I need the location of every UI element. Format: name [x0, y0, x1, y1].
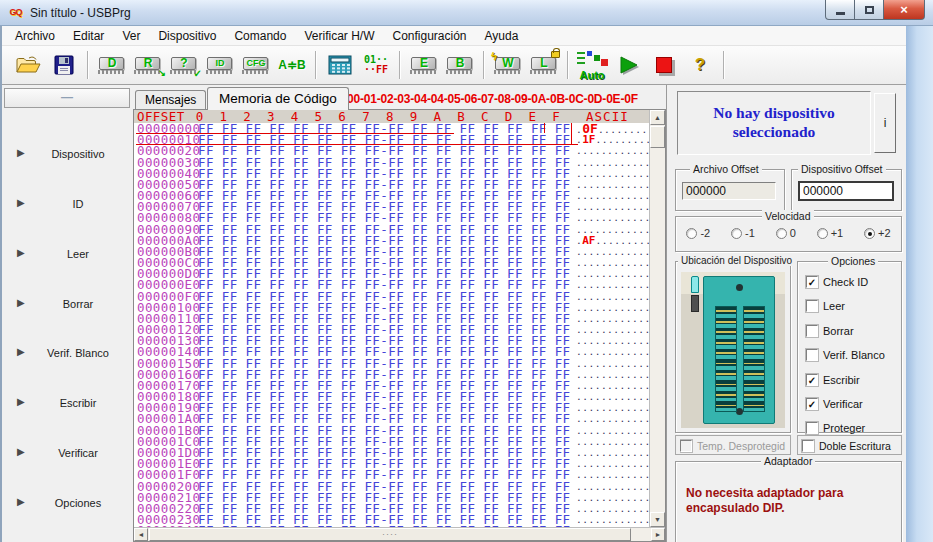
opcion-borrar[interactable]: Borrar [806, 323, 854, 339]
radio-icon[interactable] [776, 228, 787, 239]
compare-buffers-button[interactable]: A≑B [274, 49, 310, 81]
read-device-button[interactable]: R↘ [130, 49, 166, 81]
scroll-right-button[interactable]: ► [651, 528, 665, 541]
stop-icon [656, 57, 672, 73]
hex-header-row: OFFSET 0 1 2 3 4 5 6 7 8 9 A B C D E F A… [134, 110, 649, 123]
opcion-leer[interactable]: Leer [806, 298, 845, 314]
hex-row-ascii: ................ [576, 391, 649, 402]
device-button[interactable]: D [94, 49, 130, 81]
scroll-down-button[interactable]: ▼ [650, 512, 665, 527]
run-button[interactable] [610, 49, 646, 81]
title-bar[interactable]: GQ Sin título - USBPrg × [0, 0, 933, 26]
radio-icon[interactable] [731, 228, 742, 239]
close-button[interactable]: × [883, 0, 925, 20]
opcion-proteger[interactable]: Proteger [806, 420, 865, 436]
menu-verificar-h-w[interactable]: Verificar H/W [295, 26, 383, 46]
toolbar-separator [567, 51, 569, 79]
lock-device-button[interactable]: L [526, 49, 562, 81]
blank-check-button[interactable]: B [442, 49, 478, 81]
checkbox-icon[interactable]: ✓ [806, 276, 818, 288]
tab-mensajes[interactable]: Mensajes [135, 90, 206, 109]
checkbox-icon[interactable] [806, 325, 818, 337]
calculator-button[interactable] [322, 49, 358, 81]
config-button[interactable]: CFG [238, 49, 274, 81]
check-id-button[interactable]: ID [202, 49, 238, 81]
opcion-verificar[interactable]: ✓Verificar [806, 396, 863, 412]
tab-memoria-de-codigo[interactable]: Memoria de Código [207, 87, 349, 110]
sidebar-item-id[interactable]: ▶ID [2, 195, 132, 213]
opcion-escribir[interactable]: ✓Escribir [806, 372, 860, 388]
sidebar-item-verificar[interactable]: ▶Verificar [2, 444, 132, 462]
toolbar-separator [315, 51, 317, 79]
velocidad-option-label: +2 [878, 227, 891, 239]
velocidad-option-2[interactable]: +2 [864, 227, 891, 239]
opcion-label: Leer [823, 300, 845, 312]
sidebar-item-escribir[interactable]: ▶Escribir [2, 394, 132, 412]
checkbox-icon[interactable] [806, 300, 818, 312]
sidebar-item-dispositivo[interactable]: ▶Dispositivo [2, 145, 132, 163]
maximize-button[interactable] [854, 0, 884, 20]
opcion-label: Escribir [823, 374, 860, 386]
open-file-button[interactable] [10, 49, 46, 81]
hex-header-columns: 0 1 2 3 4 5 6 7 8 9 A B C D E F [188, 110, 560, 123]
doble-escritura-checkbox-row[interactable]: Doble Escritura [802, 438, 891, 454]
stop-button[interactable] [646, 49, 682, 81]
menu-ver[interactable]: Ver [113, 26, 149, 46]
hex-row-ascii: ................ [576, 413, 649, 424]
radio-icon[interactable] [864, 228, 875, 239]
checkbox-icon[interactable]: ✓ [806, 398, 818, 410]
sidebar-collapse-button[interactable]: — [4, 88, 130, 108]
vertical-scroll-thumb[interactable] [650, 126, 665, 148]
checkbox-icon[interactable]: ✓ [806, 374, 818, 386]
sidebar-item-verif-blanco[interactable]: ▶Verif. Blanco [2, 344, 132, 362]
velocidad-option-1[interactable]: +1 [817, 227, 844, 239]
menu-comando[interactable]: Comando [225, 26, 295, 46]
sidebar-item-label: Dispositivo [24, 145, 132, 163]
checkbox-icon[interactable] [806, 349, 818, 361]
erase-device-button[interactable]: E [406, 49, 442, 81]
radio-icon[interactable] [686, 228, 697, 239]
doble-escritura-checkbox[interactable] [802, 440, 814, 452]
toolbar-separator [87, 51, 89, 79]
menu-ayuda[interactable]: Ayuda [476, 26, 528, 46]
sidebar-item-label: Verificar [24, 444, 132, 462]
verify-device-button[interactable]: ?✓ [166, 49, 202, 81]
hex-row-ascii: ................ [576, 212, 649, 223]
dispositivo-offset-input[interactable] [798, 181, 894, 201]
hex-rows[interactable]: 00000000FF FF FF FF FF FF FF FF-FF FF FF… [134, 123, 649, 527]
velocidad-option-1[interactable]: -1 [731, 227, 755, 239]
hex-editor[interactable]: OFFSET 0 1 2 3 4 5 6 7 8 9 A B C D E F A… [133, 109, 666, 542]
vertical-scrollbar[interactable]: ▲ ▼ [649, 110, 665, 527]
velocidad-group: Velocidad -2-10+1+2 [675, 216, 902, 252]
hex-row-ascii: ................ [576, 458, 649, 469]
sidebar-item-leer[interactable]: ▶Leer [2, 245, 132, 263]
menu-editar[interactable]: Editar [64, 26, 113, 46]
hex-row-ascii: .1F............. [576, 134, 649, 145]
menu-dispositivo[interactable]: Dispositivo [149, 26, 225, 46]
minimize-button[interactable] [825, 0, 855, 20]
fill-buffer-button[interactable]: 01····FF [358, 49, 394, 81]
scroll-left-button[interactable]: ◄ [134, 528, 148, 541]
velocidad-option-0[interactable]: 0 [776, 227, 796, 239]
toolbar-separator [399, 51, 401, 79]
radio-icon[interactable] [817, 228, 828, 239]
info-button[interactable]: i [874, 93, 896, 153]
velocidad-option-2[interactable]: -2 [686, 227, 710, 239]
menu-archivo[interactable]: Archivo [6, 26, 64, 46]
write-device-button[interactable]: Wϟ [490, 49, 526, 81]
horizontal-scroll-thumb[interactable]: ···· [149, 528, 631, 541]
horizontal-scrollbar[interactable]: ◄ ···· ► [134, 527, 665, 541]
auto-program-button[interactable]: Auto [574, 49, 610, 81]
sidebar-item-borrar[interactable]: ▶Borrar [2, 295, 132, 313]
sidebar-item-label: Escribir [24, 394, 132, 412]
sidebar-item-opciones[interactable]: ▶Opciones [2, 494, 132, 512]
menu-configuraci-n[interactable]: Configuración [383, 26, 475, 46]
checkbox-icon[interactable] [806, 422, 818, 434]
opcion-verif-blanco[interactable]: Verif. Blanco [806, 347, 885, 363]
hex-header-offset: OFFSET [134, 110, 188, 123]
opcion-check-id[interactable]: ✓Check ID [806, 274, 868, 290]
scroll-up-button[interactable]: ▲ [650, 110, 665, 125]
save-file-button[interactable] [46, 49, 82, 81]
help-button[interactable]: ? [682, 49, 718, 81]
opciones-group: Opciones ✓Check IDLeerBorrarVerif. Blanc… [797, 261, 902, 433]
